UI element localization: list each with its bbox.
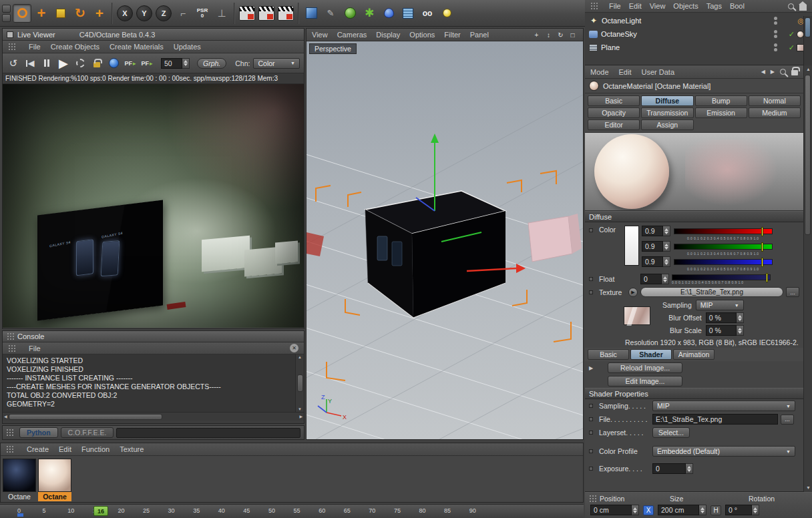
object-row-plane[interactable]: Plane ✓ [585, 41, 812, 54]
om-menu-file[interactable]: File [609, 2, 621, 10]
prop-sampling-dropdown[interactable]: MIP [652, 401, 795, 411]
param-expander-icon[interactable] [589, 449, 593, 453]
spinner-arrows-icon[interactable] [663, 256, 670, 267]
scroll-left-icon[interactable]: ◀ [4, 415, 7, 419]
red-value-spinner[interactable]: 0.9 [642, 226, 670, 236]
material-thumbnail[interactable] [38, 459, 71, 492]
graph-button[interactable]: Grph. [197, 58, 226, 69]
lv-menu-create-objects[interactable]: Create Objects [51, 43, 99, 51]
lock-z-axis-button[interactable]: Z [154, 4, 173, 23]
tags-icon[interactable]: oo [418, 4, 437, 23]
console-vertical-scrollbar[interactable]: ▲ ▼ [295, 354, 304, 412]
console-close-icon[interactable] [290, 344, 298, 352]
mat-menu-edit[interactable]: Edit [59, 445, 71, 453]
sampling-dropdown[interactable]: MIP [696, 300, 744, 310]
tab-shader-shader[interactable]: Shader [630, 349, 672, 360]
material-preview[interactable] [585, 132, 803, 211]
reload-image-button[interactable]: Reload Image... [608, 362, 682, 373]
scroll-up-icon[interactable]: ▲ [806, 67, 811, 71]
psr-coordinates-icon[interactable]: PSR0 [193, 4, 212, 23]
float-slider[interactable] [672, 274, 771, 280]
environment-icon[interactable] [379, 4, 398, 23]
mat-menu-texture[interactable]: Texture [120, 445, 144, 453]
spinner-arrows-icon[interactable] [752, 505, 759, 515]
spinner-arrows-icon[interactable] [737, 325, 744, 336]
start-render-icon[interactable]: ▶ [57, 57, 70, 70]
panel-grip-icon[interactable] [8, 43, 16, 51]
prop-file-field[interactable]: E:\1_StraBe_Tex.png [652, 414, 778, 425]
tab-shader-animation[interactable]: Animation [673, 349, 715, 360]
om-menu-view[interactable]: View [650, 2, 666, 10]
spinner-arrows-icon[interactable] [699, 505, 706, 515]
om-menu-edit[interactable]: Edit [629, 2, 642, 10]
tab-diffuse[interactable]: Diffuse [641, 95, 693, 106]
script-input-field[interactable] [116, 428, 300, 438]
layerset-select-button[interactable]: Select... [652, 427, 690, 438]
render-settings-gear-icon[interactable] [73, 57, 87, 70]
vp-menu-panel[interactable]: Panel [470, 31, 489, 39]
viewport-camera-label[interactable]: Perspective [309, 43, 357, 54]
texture-thumbnail[interactable] [624, 306, 650, 325]
param-expander-icon[interactable] [589, 290, 593, 294]
pause-render-icon[interactable] [40, 57, 53, 70]
tab-bump[interactable]: Bump [695, 95, 747, 106]
scrollbar-thumb[interactable] [9, 414, 162, 420]
mat-menu-create[interactable]: Create [27, 445, 49, 453]
viewport-pan-icon[interactable]: + [532, 30, 542, 40]
render-preview[interactable]: GALAXY S4 GALAXY S4 [3, 84, 304, 328]
last-tool-icon[interactable]: + [90, 4, 109, 23]
position-x-spinner[interactable]: 0 cm [590, 505, 639, 515]
float-spinner[interactable]: 0 [640, 274, 669, 284]
add-cube-object-icon[interactable] [302, 4, 321, 23]
layer-dots-icon[interactable] [774, 30, 777, 38]
samples-value[interactable]: 50 [161, 58, 182, 69]
undo-redo-icons[interactable] [2, 5, 11, 22]
scrollbar-thumb[interactable] [805, 17, 811, 37]
object-name[interactable]: OctaneLight [602, 17, 641, 25]
vp-menu-display[interactable]: Display [376, 31, 400, 39]
colorprofile-dropdown[interactable]: Embedded (Default) [652, 446, 795, 457]
samples-spinner[interactable]: 50 [161, 58, 190, 69]
size-x-spinner[interactable]: 200 cm [658, 505, 706, 515]
object-row-octanesky[interactable]: OctaneSky ✓ [585, 27, 812, 41]
green-value-spinner[interactable]: 0.9 [642, 241, 670, 252]
green-slider[interactable] [674, 244, 773, 250]
enabled-check-icon[interactable]: ✓ [789, 43, 795, 52]
object-manager-scrollbar[interactable] [803, 16, 812, 65]
lv-menu-create-materials[interactable]: Create Materials [110, 43, 164, 51]
search-icon[interactable] [780, 69, 786, 75]
scroll-up-icon[interactable]: ▲ [298, 355, 302, 359]
lock-x-axis-button[interactable]: X [116, 4, 134, 23]
spline-pen-icon[interactable]: ✎ [321, 4, 340, 23]
material-item[interactable]: Octane [3, 459, 36, 501]
mat-menu-function[interactable]: Function [81, 445, 110, 453]
lock-y-axis-button[interactable]: Y [135, 4, 154, 23]
om-menu-objects[interactable]: Objects [673, 2, 698, 10]
blue-value-spinner[interactable]: 0.9 [642, 256, 670, 267]
tab-shader-basic[interactable]: Basic [588, 349, 629, 360]
live-viewer-titlebar[interactable]: Live Viewer C4D/Octane Beta 0.4.3 [3, 29, 304, 41]
tab-assign[interactable]: Assign [641, 119, 693, 130]
search-icon[interactable] [788, 3, 794, 9]
param-expander-icon[interactable] [589, 431, 593, 435]
undo-icon[interactable] [2, 5, 11, 13]
object-name[interactable]: OctaneSky [601, 30, 637, 38]
spinner-arrows-icon[interactable] [663, 241, 670, 252]
om-menu-tags[interactable]: Tags [706, 2, 722, 10]
rotation-axis-badge[interactable]: H [710, 505, 721, 515]
panel-grip-icon[interactable] [590, 2, 598, 10]
layer-dots-icon[interactable] [774, 43, 777, 51]
blur-scale-spinner[interactable]: 0 % [706, 325, 744, 336]
tab-medium[interactable]: Medium [749, 107, 801, 118]
console-menu-file[interactable]: File [29, 344, 41, 352]
scroll-down-icon[interactable]: ▼ [298, 407, 302, 411]
shader-properties-header[interactable]: Shader Properties [585, 388, 803, 399]
current-frame-marker[interactable]: 16 [93, 506, 108, 516]
spinner-arrows-icon[interactable] [632, 505, 639, 515]
attribute-scrollbar[interactable]: ▲ ▼ [803, 65, 812, 492]
object-name[interactable]: Plane [601, 43, 620, 51]
tab-coffee[interactable]: C.O.F.F.E.E. [61, 427, 114, 438]
generator-icon[interactable] [341, 4, 359, 23]
material-thumbnail[interactable] [3, 459, 36, 492]
param-expander-icon[interactable] [589, 404, 593, 408]
